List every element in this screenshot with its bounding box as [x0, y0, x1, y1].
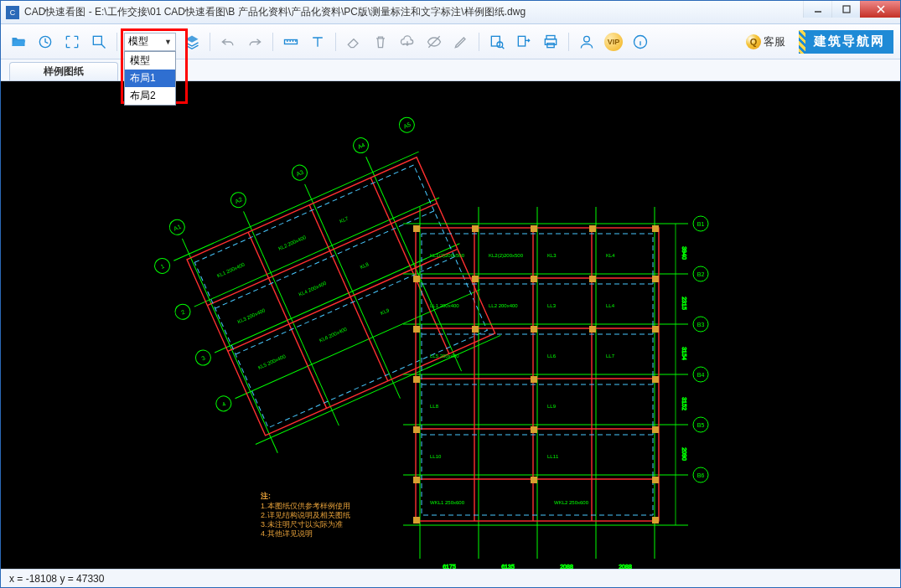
svg-rect-93: [472, 276, 479, 282]
text-button[interactable]: [307, 31, 329, 53]
svg-text:LL4: LL4: [606, 303, 615, 308]
window-buttons: [803, 1, 900, 23]
maximize-button[interactable]: [831, 1, 860, 18]
svg-rect-1: [843, 6, 850, 13]
cloud-download-button[interactable]: [396, 31, 418, 53]
svg-text:KL1(2)200x500: KL1(2)200x500: [430, 253, 465, 258]
svg-text:A1: A1: [173, 224, 182, 232]
svg-point-14: [584, 36, 590, 42]
view-option-layout1[interactable]: 布局1: [125, 70, 175, 87]
svg-text:3154: 3154: [681, 347, 687, 360]
svg-text:A3: A3: [295, 169, 304, 178]
measure-button[interactable]: [280, 31, 302, 53]
view-select[interactable]: 模型 ▼: [124, 33, 176, 51]
svg-text:KL1 200x400: KL1 200x400: [216, 261, 246, 278]
info-button[interactable]: [629, 31, 651, 53]
svg-text:WKL1 250x600: WKL1 250x600: [430, 500, 465, 505]
vip-icon: VIP: [604, 33, 623, 51]
delete-button[interactable]: [370, 31, 391, 53]
layers-button[interactable]: [181, 31, 203, 53]
svg-text:B2: B2: [697, 271, 705, 277]
svg-text:KL2 200x400: KL2 200x400: [277, 235, 307, 251]
svg-text:6175: 6175: [443, 564, 456, 569]
svg-text:WKL2 250x600: WKL2 250x600: [554, 500, 589, 505]
svg-text:B6: B6: [697, 472, 705, 478]
svg-rect-13: [547, 43, 554, 47]
view-select-value: 模型: [128, 34, 148, 49]
view-dropdown: 模型 布局1 布局2: [124, 51, 176, 106]
vip-button[interactable]: VIP: [603, 31, 624, 53]
drawing-canvas[interactable]: A1 A2 A3 A4 A5 1 2 3 4 KL1 200x400KL2 20…: [1, 81, 900, 569]
svg-rect-97: [413, 326, 420, 333]
svg-text:2315: 2315: [681, 297, 687, 310]
svg-rect-101: [652, 326, 659, 333]
svg-text:3152: 3152: [681, 397, 687, 410]
print-button[interactable]: [540, 31, 562, 53]
separator: [117, 33, 117, 51]
svg-text:A2: A2: [234, 196, 243, 204]
view-option-model[interactable]: 模型: [125, 52, 175, 70]
redo-button[interactable]: [244, 31, 266, 53]
chevron-down-icon: ▼: [164, 38, 172, 46]
eraser-button[interactable]: [343, 31, 365, 53]
svg-rect-100: [589, 326, 596, 333]
toolbar: 模型 ▼ 模型 布局1 布局2 VIP Q: [1, 24, 900, 59]
svg-rect-109: [531, 477, 537, 483]
svg-rect-112: [652, 517, 659, 524]
user-button[interactable]: [576, 31, 598, 53]
find-button[interactable]: [486, 31, 508, 53]
svg-text:KL5 200x400: KL5 200x400: [257, 353, 287, 370]
svg-text:2088: 2088: [619, 564, 632, 569]
svg-text:KL8: KL8: [360, 261, 370, 270]
svg-text:KL6 200x400: KL6 200x400: [318, 326, 348, 343]
svg-rect-98: [472, 326, 479, 333]
kefu-label: 客服: [764, 34, 785, 49]
svg-rect-10: [518, 36, 525, 46]
zoom-window-button[interactable]: [88, 31, 110, 53]
svg-rect-92: [413, 276, 420, 282]
svg-text:LL5 200x400: LL5 200x400: [430, 353, 459, 358]
svg-text:LL9: LL9: [547, 404, 557, 409]
svg-rect-95: [589, 276, 596, 282]
svg-text:B5: B5: [697, 422, 705, 428]
view-option-layout2[interactable]: 布局2: [125, 87, 175, 105]
svg-text:B3: B3: [697, 322, 705, 328]
open-file-button[interactable]: [8, 31, 29, 53]
hide-button[interactable]: [423, 31, 445, 53]
svg-rect-110: [652, 477, 659, 483]
svg-text:2088: 2088: [560, 564, 573, 569]
svg-rect-99: [531, 326, 537, 333]
zoom-extents-button[interactable]: [61, 31, 83, 53]
window-title: CAD快速看图 - E:\工作交接\01 CAD快速看图\B 产品化资料\产品化…: [24, 5, 803, 19]
svg-text:1: 1: [160, 263, 166, 270]
titlebar: C CAD快速看图 - E:\工作交接\01 CAD快速看图\B 产品化资料\产…: [1, 1, 900, 24]
tab-sample-drawing[interactable]: 样例图纸: [9, 62, 118, 80]
close-button[interactable]: [860, 1, 900, 18]
svg-rect-91: [652, 225, 659, 232]
export-button[interactable]: [513, 31, 535, 53]
svg-line-17: [194, 198, 439, 307]
history-button[interactable]: [34, 31, 56, 53]
edit-button[interactable]: [450, 31, 472, 53]
minimize-button[interactable]: [803, 1, 831, 18]
app-window: C CAD快速看图 - E:\工作交接\01 CAD快速看图\B 产品化资料\产…: [0, 0, 901, 588]
svg-text:3: 3: [200, 354, 206, 361]
drawing-notes: 注: 1.本图纸仅供参考样例使用 2.详见结构说明及相关图纸 3.未注明尺寸以实…: [260, 492, 350, 538]
svg-text:6135: 6135: [501, 564, 515, 569]
svg-line-20: [256, 335, 500, 444]
undo-button[interactable]: [217, 31, 239, 53]
app-icon: C: [6, 6, 19, 19]
customer-service-button[interactable]: Q 客服: [741, 34, 790, 49]
svg-text:2090: 2090: [681, 447, 687, 461]
svg-text:B1: B1: [697, 221, 705, 227]
svg-line-16: [173, 152, 418, 260]
svg-rect-5: [93, 36, 101, 44]
svg-rect-96: [652, 276, 659, 282]
svg-text:LL7: LL7: [606, 353, 615, 358]
qq-icon: Q: [746, 34, 761, 49]
svg-line-18: [215, 244, 459, 353]
svg-text:LL6: LL6: [547, 353, 557, 358]
svg-text:LL11: LL11: [547, 454, 559, 459]
navsite-link[interactable]: 建筑导航网: [799, 30, 893, 54]
svg-text:2.详见结构说明及相关图纸: 2.详见结构说明及相关图纸: [261, 511, 350, 519]
